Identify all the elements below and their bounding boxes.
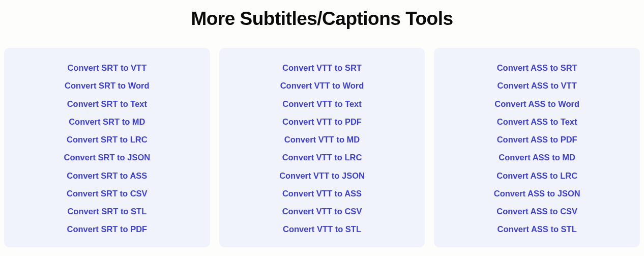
tool-link[interactable]: Convert VTT to PDF [282, 116, 362, 127]
tool-link[interactable]: Convert ASS to LRC [496, 170, 577, 181]
tool-link[interactable]: Convert VTT to SRT [282, 62, 362, 73]
tool-link[interactable]: Convert SRT to Word [65, 80, 150, 91]
tool-link[interactable]: Convert VTT to Text [282, 98, 362, 109]
tool-link[interactable]: Convert VTT to ASS [282, 188, 362, 199]
tool-link[interactable]: Convert ASS to Word [494, 98, 579, 109]
tool-link[interactable]: Convert VTT to JSON [279, 170, 365, 181]
tool-link[interactable]: Convert VTT to CSV [282, 206, 362, 217]
tool-link[interactable]: Convert SRT to PDF [67, 223, 148, 235]
tool-link[interactable]: Convert ASS to SRT [497, 62, 577, 73]
tool-link[interactable]: Convert SRT to VTT [67, 62, 147, 73]
tool-link[interactable]: Convert SRT to ASS [67, 170, 147, 181]
tool-link[interactable]: Convert VTT to STL [283, 223, 361, 235]
tool-link[interactable]: Convert ASS to PDF [497, 134, 577, 145]
tool-link[interactable]: Convert ASS to STL [497, 223, 577, 235]
tool-link[interactable]: Convert VTT to LRC [282, 152, 362, 163]
tool-link[interactable]: Convert SRT to STL [67, 206, 147, 217]
tool-link[interactable]: Convert ASS to Text [497, 116, 577, 127]
tool-link[interactable]: Convert VTT to Word [280, 80, 364, 91]
tool-link[interactable]: Convert ASS to MD [499, 152, 575, 163]
tool-link[interactable]: Convert SRT to Text [67, 98, 147, 109]
tool-link[interactable]: Convert ASS to VTT [497, 80, 577, 91]
tool-link[interactable]: Convert VTT to MD [284, 134, 360, 145]
tools-card-ass: Convert ASS to SRT Convert ASS to VTT Co… [434, 48, 640, 247]
tools-card-vtt: Convert VTT to SRT Convert VTT to Word C… [219, 48, 425, 247]
tool-link[interactable]: Convert SRT to LRC [67, 134, 148, 145]
tools-card-srt: Convert SRT to VTT Convert SRT to Word C… [4, 48, 210, 247]
tool-link[interactable]: Convert SRT to JSON [64, 152, 151, 163]
tool-link[interactable]: Convert ASS to CSV [496, 206, 577, 217]
page-title: More Subtitles/Captions Tools [4, 8, 640, 30]
tool-link[interactable]: Convert SRT to CSV [67, 188, 148, 199]
tool-link[interactable]: Convert SRT to MD [69, 116, 145, 127]
tool-link[interactable]: Convert ASS to JSON [494, 188, 580, 199]
columns-container: Convert SRT to VTT Convert SRT to Word C… [4, 48, 640, 247]
